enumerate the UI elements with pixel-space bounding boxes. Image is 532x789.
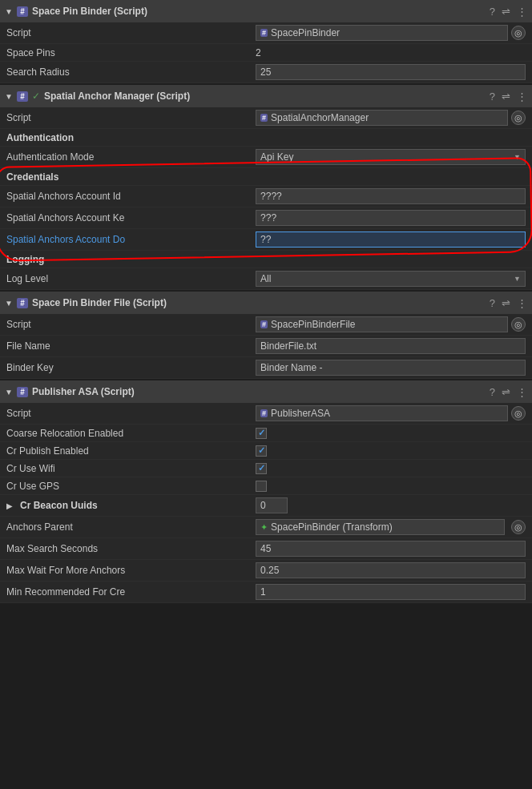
min-recommended-label: Min Recommended For Cre	[6, 586, 256, 598]
collapse-arrow-sam[interactable]: ▼	[5, 92, 13, 101]
authentication-section-label: Authentication	[6, 132, 256, 143]
search-radius-row: Search Radius	[0, 62, 532, 83]
account-key-label: Spatial Anchors Account Ke	[6, 212, 256, 223]
space-pin-binder-file-title: Space Pin Binder File (Script)	[32, 297, 486, 308]
space-pin-binder-panel: ▼ # Space Pin Binder (Script) ? ⇌ ⋮ Scri…	[0, 0, 532, 83]
expand-arrow-beacon[interactable]: ▶	[6, 501, 13, 510]
script-ref-text-spb: SpacePinBinder	[271, 27, 340, 38]
search-radius-label: Search Radius	[6, 66, 256, 78]
cr-beacon-row: ▶ Cr Beacon Uuids 0	[0, 495, 532, 517]
max-search-input[interactable]	[256, 541, 526, 557]
cr-publish-checkbox[interactable]	[256, 445, 267, 457]
account-domain-input[interactable]	[256, 231, 526, 248]
anchors-parent-circle-btn[interactable]: ◎	[511, 520, 526, 534]
account-id-label: Spatial Anchors Account Id	[6, 191, 256, 202]
collapse-arrow-pasa[interactable]: ▼	[5, 388, 13, 397]
question-icon-pasa[interactable]: ?	[490, 386, 495, 398]
space-pin-binder-file-header: ▼ # Space Pin Binder File (Script) ? ⇌ ⋮	[0, 292, 532, 314]
min-recommended-row: Min Recommended For Cre	[0, 582, 532, 603]
hash-small-spbf: #	[260, 320, 268, 328]
account-domain-row: Spatial Anchors Account Do	[0, 229, 532, 251]
anchors-parent-ref[interactable]: ✦ SpacePinBinder (Transform)	[256, 519, 505, 535]
binder-key-label: Binder Key	[6, 362, 256, 373]
max-search-row: Max Search Seconds	[0, 538, 532, 560]
hash-small-spb: #	[260, 29, 268, 37]
log-level-select[interactable]: All	[256, 271, 526, 287]
script-ref-text-sam: SpatialAnchorManager	[271, 112, 369, 123]
account-key-row: Spatial Anchors Account Ke	[0, 207, 532, 229]
cr-wifi-checkbox[interactable]	[256, 463, 267, 474]
cr-publish-label: Cr Publish Enabled	[6, 445, 256, 457]
question-icon-spbf[interactable]: ?	[490, 297, 495, 309]
script-label-spbf: Script	[6, 319, 256, 330]
binder-key-input[interactable]	[256, 360, 526, 376]
logging-section-row: Logging	[0, 251, 532, 268]
more-icon-spb[interactable]: ⋮	[517, 6, 527, 18]
question-icon-sam[interactable]: ?	[490, 91, 495, 103]
settings-icon-spbf[interactable]: ⇌	[502, 297, 510, 309]
binder-key-row: Binder Key	[0, 357, 532, 379]
cr-gps-checkbox[interactable]	[256, 481, 267, 492]
header-icons-sam: ? ⇌ ⋮	[490, 91, 527, 103]
transform-icon: ✦	[260, 522, 268, 533]
more-icon-sam[interactable]: ⋮	[517, 91, 527, 103]
checkmark-sam: ✓	[32, 91, 40, 102]
collapse-arrow-spbf[interactable]: ▼	[5, 299, 13, 308]
space-pin-binder-header: ▼ # Space Pin Binder (Script) ? ⇌ ⋮	[0, 0, 532, 22]
script-ref-pasa[interactable]: # PublisherASA	[256, 405, 508, 421]
script-ref-sam[interactable]: # SpatialAnchorManager	[256, 110, 508, 126]
settings-icon-pasa[interactable]: ⇌	[502, 386, 510, 398]
spatial-anchor-manager-panel: ▼ # ✓ Spatial Anchor Manager (Script) ? …	[0, 85, 532, 290]
search-radius-input[interactable]	[256, 64, 526, 80]
hash-small-sam: #	[260, 114, 268, 122]
hash-badge-spb: #	[17, 6, 28, 17]
coarse-reloc-checkbox[interactable]	[256, 428, 267, 439]
min-recommended-input[interactable]	[256, 584, 526, 600]
script-circle-btn-sam[interactable]: ◎	[511, 111, 526, 125]
log-level-row: Log Level All	[0, 268, 532, 290]
account-id-input[interactable]	[256, 188, 526, 204]
settings-icon-sam[interactable]: ⇌	[502, 91, 510, 103]
cr-wifi-row: Cr Use Wifi	[0, 460, 532, 477]
log-level-select-wrapper: All	[256, 271, 526, 287]
more-icon-spbf[interactable]: ⋮	[517, 297, 527, 309]
script-circle-btn-spbf[interactable]: ◎	[511, 317, 526, 332]
script-row-spbf: Script # SpacePinBinderFile ◎	[0, 314, 532, 336]
header-icons-spb: ? ⇌ ⋮	[490, 6, 527, 18]
script-label-sam: Script	[6, 112, 256, 123]
publisher-asa-title: Publisher ASA (Script)	[32, 386, 486, 397]
credentials-section-label: Credentials	[6, 171, 256, 183]
coarse-reloc-row: Coarse Relocation Enabled	[0, 425, 532, 442]
script-circle-btn-pasa[interactable]: ◎	[511, 406, 526, 421]
hash-badge-pasa: #	[17, 387, 28, 397]
space-pins-row: Space Pins 2	[0, 44, 532, 62]
authentication-section-row: Authentication	[0, 129, 532, 147]
script-ref-spbf[interactable]: # SpacePinBinderFile	[256, 316, 508, 332]
cr-gps-row: Cr Use GPS	[0, 477, 532, 495]
script-circle-btn-spb[interactable]: ◎	[511, 26, 526, 40]
auth-mode-select[interactable]: Api Key	[256, 149, 526, 165]
logging-section-label: Logging	[6, 254, 256, 265]
header-icons-spbf: ? ⇌ ⋮	[490, 297, 527, 309]
script-ref-spb[interactable]: # SpacePinBinder	[256, 25, 508, 41]
file-name-input[interactable]	[256, 338, 526, 354]
hash-badge-spbf: #	[17, 298, 28, 308]
script-row-sam: Script # SpatialAnchorManager ◎	[0, 107, 532, 129]
collapse-arrow-spb[interactable]: ▼	[5, 7, 13, 16]
account-key-input[interactable]	[256, 210, 526, 226]
script-ref-text-spbf: SpacePinBinderFile	[271, 319, 355, 330]
account-id-row: Spatial Anchors Account Id	[0, 186, 532, 207]
cr-beacon-value: 0	[256, 497, 288, 513]
question-icon-spb[interactable]: ?	[490, 6, 495, 18]
account-domain-label: Spatial Anchors Account Do	[6, 234, 256, 245]
more-icon-pasa[interactable]: ⋮	[517, 386, 527, 398]
space-pin-binder-file-panel: ▼ # Space Pin Binder File (Script) ? ⇌ ⋮…	[0, 292, 532, 379]
auth-mode-select-wrapper: Api Key	[256, 149, 526, 165]
settings-icon-spb[interactable]: ⇌	[502, 6, 510, 18]
cr-gps-label: Cr Use GPS	[6, 481, 256, 492]
max-wait-input[interactable]	[256, 562, 526, 578]
file-name-row: File Name	[0, 336, 532, 357]
script-row-spb: Script # SpacePinBinder ◎	[0, 22, 532, 44]
max-search-label: Max Search Seconds	[6, 543, 256, 554]
file-name-label: File Name	[6, 340, 256, 352]
